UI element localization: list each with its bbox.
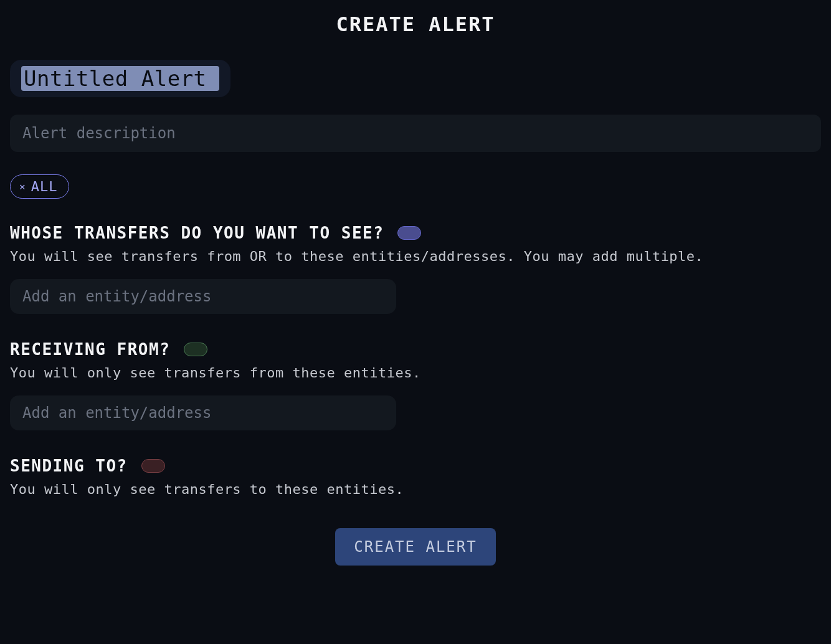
section-title-whose: WHOSE TRANSFERS DO YOU WANT TO SEE?: [10, 224, 384, 242]
entity-input-receiving[interactable]: [10, 395, 396, 430]
filter-chip-label: ALL: [31, 179, 58, 194]
create-alert-button[interactable]: CREATE ALERT: [335, 528, 495, 566]
alert-name-input[interactable]: [21, 66, 219, 91]
entity-input-whose[interactable]: [10, 279, 396, 314]
section-receiving-from: RECEIVING FROM? You will only see transf…: [10, 340, 821, 430]
indicator-pill-sending[interactable]: [141, 459, 165, 473]
section-desc-whose: You will see transfers from OR to these …: [10, 249, 821, 264]
close-icon: ✕: [19, 181, 26, 192]
section-title-sending: SENDING TO?: [10, 457, 128, 475]
section-desc-receiving: You will only see transfers from these e…: [10, 365, 821, 381]
alert-name-container: [10, 60, 230, 97]
alert-description-input[interactable]: [10, 115, 821, 152]
section-sending-to: SENDING TO? You will only see transfers …: [10, 457, 821, 497]
filter-chip-all[interactable]: ✕ ALL: [10, 174, 69, 199]
indicator-pill-whose[interactable]: [397, 226, 421, 240]
page-title: CREATE ALERT: [10, 12, 821, 36]
indicator-pill-receiving[interactable]: [184, 343, 207, 356]
section-whose-transfers: WHOSE TRANSFERS DO YOU WANT TO SEE? You …: [10, 224, 821, 314]
section-desc-sending: You will only see transfers to these ent…: [10, 481, 821, 497]
section-title-receiving: RECEIVING FROM?: [10, 340, 170, 359]
